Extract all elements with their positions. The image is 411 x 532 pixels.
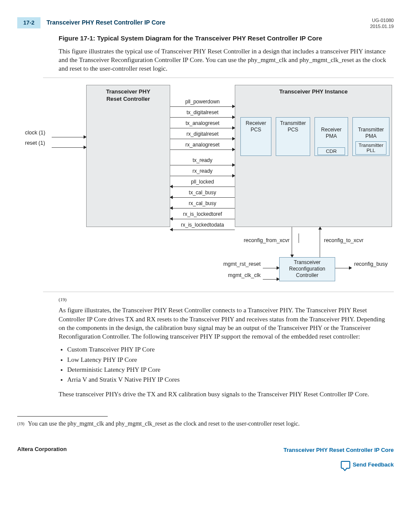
cdr-box: CDR [318,147,345,155]
list-item: Deterministic Latency PHY IP Core [67,365,389,374]
doc-id: UG-01080 [370,17,394,23]
sig-pll-locked: pll_locked [170,179,235,187]
reconfig-controller-box: Transceiver Reconfiguration Controller [279,257,335,281]
reset-controller-title: Transceiver PHY Reset Controller [87,85,170,106]
sig-rx-analogreset: rx_analogreset [170,142,235,150]
reset-input-arrow [52,147,86,148]
list-item: Low Latency PHY IP Core [67,355,389,364]
reset-input-label: reset (1) [25,140,45,147]
phy-list: Custom Transceiver PHY IP Core Low Laten… [59,345,389,384]
feedback-icon [341,461,350,469]
mgmt-rst-arrow [263,268,279,268]
reconfig-from-arrow [292,227,292,257]
transmitter-pll-box: Transmitter PLL [355,141,386,155]
mgmt-clk-arrow [263,279,279,280]
sig-tx-cal-busy: tx_cal_busy [170,190,235,198]
sig-pll-powerdown: pll_powerdown [170,99,235,107]
sig-tx-analogreset: tx_analogreset [170,120,235,128]
footnote: (19) You can use the phy_mgmt_clk and ph… [17,420,394,428]
sig-rx-cal-busy: rx_cal_busy [170,200,235,208]
page-number-tab: 17-2 [17,17,40,28]
figure-intro: This figure illustrates the typical use … [59,47,389,73]
divider-top [43,78,394,78]
divider-bottom [43,292,394,292]
receiver-pma-label: Receiver PMA [321,127,341,139]
mgmt-clk-label: mgmt_clk_clk [213,272,261,279]
doc-date: 2015.01.19 [370,23,394,29]
system-diagram: Transceiver PHY Reset Controller Transce… [17,81,394,287]
sig-rx-lockedtoref: rx_is_lockedtoref [170,211,235,219]
transmitter-pma-label: Transmitter PMA [358,127,384,139]
list-item: Arria V and Stratix V Native PHY IP Core… [67,375,389,384]
footer-company: Altera Corporation [17,445,67,453]
page-header: 17-2 Transceiver PHY Reset Controller IP… [17,17,394,30]
header-title: Transceiver PHY Reset Controller IP Core [47,19,165,27]
reconfig-to-arrow [320,227,320,257]
reconfig-busy-arrow [335,268,352,268]
receiver-pma-box: Receiver PMA CDR [314,117,348,156]
list-item: Custom Transceiver PHY IP Core [67,345,389,354]
footer-chapter-link[interactable]: Transceiver PHY Reset Controller IP Core [283,447,394,453]
sig-rx-ready: rx_ready [170,168,235,176]
sig-rx-digitalreset: rx_digitalreset [170,131,235,139]
reconfig-sep [299,233,299,243]
sig-tx-digitalreset: tx_digitalreset [170,109,235,118]
phy-instance-title: Transceiver PHY Instance [235,85,392,98]
doc-id-block: UG-01080 2015.01.19 [370,17,394,30]
mgmt-rst-label: mgmt_rst_reset [213,261,261,268]
transmitter-pcs-box: Transmitter PCS [276,117,310,156]
clock-input-arrow [52,137,86,137]
footnote-ref-inline: (19) [59,296,389,303]
footnote-rule [17,416,108,417]
body-paragraph-2: As figure illustrates, the Transceiver P… [59,306,389,341]
reset-controller-block: Transceiver PHY Reset Controller [86,85,170,227]
send-feedback-link[interactable]: Send Feedback [341,461,394,469]
reconfig-to-label: reconfig_to_xcvr [324,237,364,244]
clock-input-label: clock (1) [25,129,45,137]
footnote-number: (19) [17,421,25,429]
figure-caption: Figure 17-1: Typical System Diagram for … [59,34,394,43]
reconfig-busy-label: reconfig_busy [354,261,388,268]
reconfig-from-label: reconfig_from_xcvr [241,237,290,244]
sig-tx-ready: tx_ready [170,157,235,165]
sig-rx-lockedtodata: rx_is_lockedtodata [170,222,235,230]
transmitter-pma-box: Transmitter PMA Transmitter PLL [352,117,389,156]
feedback-label: Send Feedback [353,461,394,469]
page-footer: Altera Corporation Transceiver PHY Reset… [17,445,394,471]
body-paragraph-3: These transceiver PHYs drive the TX and … [59,390,389,398]
receiver-pcs-box: Receiver PCS [240,117,271,156]
footnote-text: You can use the phy_mgmt_clk and phy_mgm… [28,420,300,428]
